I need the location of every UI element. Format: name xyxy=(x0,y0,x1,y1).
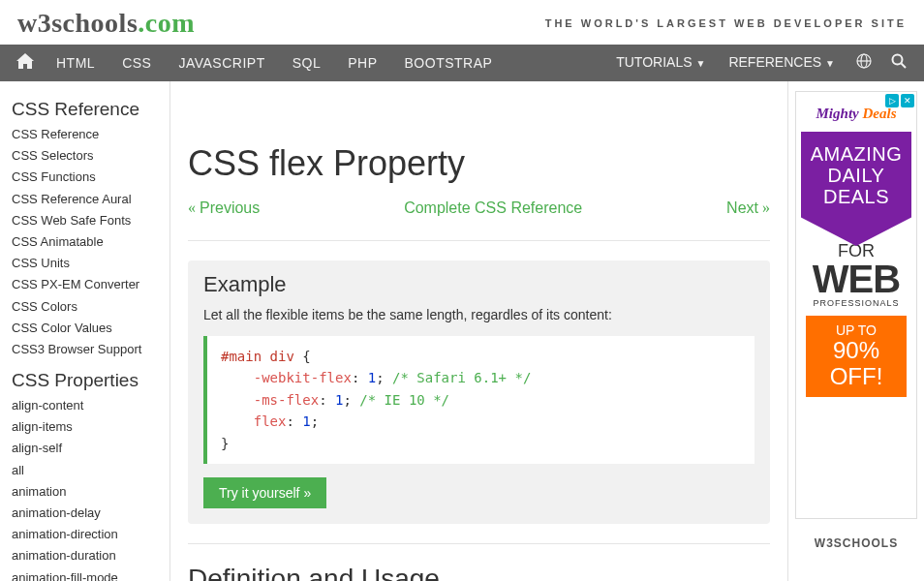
ad-web: WEB xyxy=(801,260,911,298)
sidebar-item[interactable]: CSS Selectors xyxy=(12,145,158,167)
nav-item-sql[interactable]: SQL xyxy=(279,45,335,81)
sidebar-item[interactable]: CSS Animatable xyxy=(12,231,158,253)
main-content: CSS flex Property « Previous Complete CS… xyxy=(169,81,788,581)
nav-item-javascript[interactable]: JAVASCRIPT xyxy=(165,45,278,81)
example-title: Example xyxy=(203,272,755,297)
nav-item-css[interactable]: CSS xyxy=(108,45,165,81)
sidebar-item[interactable]: CSS Functions xyxy=(12,167,158,188)
container: CSS Reference CSS Reference CSS Selector… xyxy=(0,81,924,581)
dropdown-tutorials[interactable]: TUTORIALS▼ xyxy=(604,44,717,82)
chevron-left-icon: « xyxy=(188,199,200,216)
sidebar-item[interactable]: CSS Color Values xyxy=(12,318,158,339)
search-icon[interactable] xyxy=(881,53,916,73)
sidebar-item[interactable]: animation xyxy=(12,481,158,503)
prev-next-row: « Previous Complete CSS Reference Next » xyxy=(188,199,770,217)
sidebar-item[interactable]: CSS3 Browser Support xyxy=(12,339,158,360)
nav-item-php[interactable]: PHP xyxy=(334,45,390,81)
topnav: HTML CSS JAVASCRIPT SQL PHP BOOTSTRAP TU… xyxy=(0,45,924,81)
sidebar-item[interactable]: CSS Units xyxy=(12,253,158,274)
example-description: Let all the flexible items be the same l… xyxy=(203,307,755,322)
sidebar-heading-properties: CSS Properties xyxy=(12,370,158,391)
next-link[interactable]: Next » xyxy=(726,199,770,217)
sidebar-item[interactable]: CSS Colors xyxy=(12,296,158,318)
adchoices-icon[interactable]: ▷ xyxy=(885,94,899,107)
sidebar-item[interactable]: CSS Reference Aural xyxy=(12,189,158,210)
sidebar-heading-reference: CSS Reference xyxy=(12,99,158,120)
nav-item-html[interactable]: HTML xyxy=(43,45,108,81)
caret-down-icon: ▼ xyxy=(696,58,706,69)
ad-prof: PROFESSIONALS xyxy=(801,298,911,308)
code-block: #main div { -webkit-flex: 1; /* Safari 6… xyxy=(203,336,755,464)
sidebar-item[interactable]: CSS Web Safe Fonts xyxy=(12,210,158,231)
nav-item-bootstrap[interactable]: BOOTSTRAP xyxy=(391,45,507,81)
nav-right: TUTORIALS▼ REFERENCES▼ xyxy=(604,44,916,82)
sidebar-item[interactable]: animation-delay xyxy=(12,503,158,524)
logo-text: w3schools xyxy=(17,8,138,38)
ad-close-icon[interactable]: ✕ xyxy=(901,94,914,107)
caret-down-icon: ▼ xyxy=(825,58,835,69)
tagline: THE WORLD'S LARGEST WEB DEVELOPER SITE xyxy=(545,17,907,29)
right-column: ▷ ✕ Mighty Deals AMAZING DAILY DEALS FOR… xyxy=(788,81,924,581)
sidebar-item[interactable]: align-content xyxy=(12,395,158,416)
logo-com: .com xyxy=(138,8,195,38)
w3schools-badge: W3SCHOOLS xyxy=(794,536,918,550)
divider xyxy=(188,240,770,241)
ad-headline: AMAZING DAILY DEALS xyxy=(801,132,911,246)
svg-point-3 xyxy=(893,55,903,65)
try-it-button[interactable]: Try it yourself » xyxy=(203,477,326,508)
ad-banner[interactable]: ▷ ✕ Mighty Deals AMAZING DAILY DEALS FOR… xyxy=(795,91,917,519)
divider xyxy=(188,543,770,544)
header: w3schools.com THE WORLD'S LARGEST WEB DE… xyxy=(0,0,924,45)
page-title: CSS flex Property xyxy=(188,143,770,184)
chevron-right-icon: » xyxy=(758,199,770,216)
sidebar-item[interactable]: animation-duration xyxy=(12,545,158,566)
prev-link[interactable]: « Previous xyxy=(188,199,260,217)
example-box: Example Let all the flexible items be th… xyxy=(188,260,770,524)
dropdown-references[interactable]: REFERENCES▼ xyxy=(717,44,847,82)
home-icon[interactable] xyxy=(8,53,43,74)
sidebar-item[interactable]: align-items xyxy=(12,416,158,438)
ad-body: AMAZING DAILY DEALS FOR WEB PROFESSIONAL… xyxy=(801,132,911,397)
sidebar-item[interactable]: align-self xyxy=(12,438,158,459)
sidebar-item[interactable]: animation-fill-mode xyxy=(12,567,158,581)
logo[interactable]: w3schools.com xyxy=(17,8,195,39)
sidebar: CSS Reference CSS Reference CSS Selector… xyxy=(0,81,169,581)
sidebar-item[interactable]: animation-direction xyxy=(12,524,158,545)
sidebar-item[interactable]: CSS Reference xyxy=(12,124,158,145)
globe-icon[interactable] xyxy=(847,53,881,73)
sidebar-item[interactable]: CSS PX-EM Converter xyxy=(12,274,158,295)
complete-reference-link[interactable]: Complete CSS Reference xyxy=(404,199,582,217)
ad-controls: ▷ ✕ xyxy=(885,94,914,107)
section-title-definition: Definition and Usage xyxy=(188,564,770,581)
svg-line-4 xyxy=(902,64,907,69)
ad-offer: UP TO90% OFF! xyxy=(806,316,907,397)
nav-items: HTML CSS JAVASCRIPT SQL PHP BOOTSTRAP xyxy=(43,45,604,81)
sidebar-item[interactable]: all xyxy=(12,460,158,481)
